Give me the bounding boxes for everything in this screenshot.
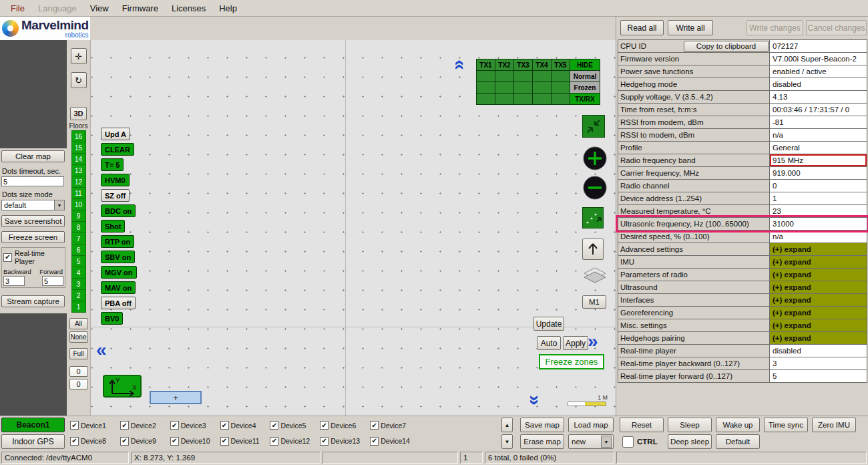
expand-georeferencing[interactable]: (+) expand bbox=[769, 306, 867, 319]
floor-counter-1[interactable]: 0 bbox=[69, 379, 88, 390]
forward-input[interactable] bbox=[42, 276, 63, 286]
apply-button[interactable]: Apply bbox=[563, 336, 588, 350]
value-radio-frequency-band[interactable]: 915 MHz bbox=[769, 154, 867, 167]
tx-cell[interactable] bbox=[495, 82, 514, 94]
tx-cell[interactable] bbox=[477, 94, 495, 105]
floors-none-button[interactable]: None bbox=[69, 331, 88, 343]
map-cmd-upd-a[interactable]: Upd A bbox=[101, 128, 130, 140]
expand-imu[interactable]: (+) expand bbox=[769, 255, 867, 269]
device-toggle-11[interactable]: ✔Device11 bbox=[217, 434, 267, 450]
value-rssi-to-modem-dbm[interactable]: n/a bbox=[769, 128, 867, 142]
value-real-time-player-backward-0-127[interactable]: 3 bbox=[769, 357, 867, 370]
expand-parameters-of-radio[interactable]: (+) expand bbox=[769, 268, 867, 281]
device-checkbox-icon[interactable]: ✔ bbox=[270, 437, 278, 446]
value-real-time-player[interactable]: disabled bbox=[769, 344, 867, 357]
device-toggle-9[interactable]: ✔Device9 bbox=[117, 434, 167, 450]
load-map-button[interactable]: Load map bbox=[568, 418, 614, 432]
map-cmd-hvm0[interactable]: HVM0 bbox=[101, 174, 130, 186]
device-checkbox-icon[interactable]: ✔ bbox=[320, 421, 329, 430]
floor-button-10[interactable]: 10 bbox=[71, 198, 86, 210]
device-checkbox-icon[interactable]: ✔ bbox=[220, 437, 229, 446]
floor-button-11[interactable]: 11 bbox=[71, 187, 86, 199]
erase-map-button[interactable]: Erase map bbox=[520, 434, 564, 449]
device-toggle-1[interactable]: ✔Device1 bbox=[67, 418, 117, 434]
tx-cell[interactable] bbox=[514, 71, 533, 82]
fit-to-view-icon[interactable] bbox=[582, 115, 605, 138]
zoom-in-icon[interactable] bbox=[582, 146, 608, 171]
tx-cell[interactable] bbox=[552, 94, 570, 105]
map-cmd-sz-off[interactable]: SZ off bbox=[101, 189, 130, 202]
zoom-out-icon[interactable] bbox=[582, 175, 608, 200]
map-cmd-mav-on[interactable]: MAV on bbox=[101, 281, 136, 294]
map-canvas[interactable]: » « » » TX1TX2TX3TX4TX5HIDENormalFrozenT… bbox=[90, 40, 616, 416]
sleep-button[interactable]: Sleep bbox=[668, 418, 712, 432]
value-cpu-id[interactable]: 072127 bbox=[769, 39, 867, 53]
scroll-down-button[interactable]: ▼ bbox=[501, 434, 513, 449]
value-time-from-reset-h-m-s[interactable]: 00:03:46 / 17:31:57 / 0 bbox=[769, 103, 867, 116]
floor-button-1[interactable]: 1 bbox=[71, 301, 86, 313]
map-cmd-clear[interactable]: CLEAR bbox=[101, 143, 134, 156]
menu-firmware[interactable]: Firmware bbox=[116, 1, 165, 16]
menu-file[interactable]: File bbox=[4, 1, 31, 16]
device-checkbox-icon[interactable]: ✔ bbox=[70, 421, 79, 430]
floor-button-14[interactable]: 14 bbox=[71, 153, 86, 165]
pan-left-icon[interactable]: « bbox=[96, 341, 105, 359]
pan-up-icon[interactable]: » bbox=[449, 61, 467, 70]
floor-button-8[interactable]: 8 bbox=[71, 221, 86, 233]
tx-cell[interactable] bbox=[495, 71, 514, 82]
device-toggle-3[interactable]: ✔Device3 bbox=[167, 418, 217, 434]
time-sync-button[interactable]: Time sync bbox=[764, 418, 808, 432]
chevron-down-icon[interactable]: ▼ bbox=[54, 200, 64, 210]
map-cmd-t-5[interactable]: T= 5 bbox=[101, 158, 124, 171]
write-all-button[interactable]: Write all bbox=[668, 20, 713, 35]
tx-cell[interactable] bbox=[533, 94, 552, 105]
chevron-down-icon[interactable]: ▼ bbox=[601, 436, 612, 448]
floor-button-12[interactable]: 12 bbox=[71, 176, 86, 188]
device-toggle-7[interactable]: ✔Device7 bbox=[367, 418, 417, 434]
device-checkbox-icon[interactable]: ✔ bbox=[120, 437, 129, 446]
map-cmd-pba-off[interactable]: PBA off bbox=[101, 297, 136, 309]
move-up-button[interactable] bbox=[582, 239, 604, 260]
axes-icon[interactable]: YX bbox=[103, 375, 142, 398]
default-button[interactable]: Default bbox=[716, 434, 760, 449]
device-toggle-6[interactable]: ✔Device6 bbox=[316, 418, 367, 434]
tx-cell[interactable] bbox=[495, 94, 514, 105]
read-all-button[interactable]: Read all bbox=[620, 20, 664, 35]
dots-timeout-input[interactable] bbox=[1, 176, 64, 186]
pan-right-icon[interactable]: » bbox=[588, 332, 597, 351]
floor-button-5[interactable]: 5 bbox=[71, 255, 86, 267]
device-toggle-5[interactable]: ✔Device5 bbox=[266, 418, 316, 434]
device-checkbox-icon[interactable]: ✔ bbox=[120, 421, 129, 430]
tx-side-normal[interactable]: Normal bbox=[570, 71, 600, 82]
expand-interfaces[interactable]: (+) expand bbox=[769, 293, 867, 307]
save-screenshot-button[interactable]: Save screenshot bbox=[1, 215, 65, 227]
pan-tool-button[interactable]: ✛ bbox=[71, 48, 87, 64]
tx-cell[interactable] bbox=[552, 82, 570, 94]
tx-cell[interactable] bbox=[477, 82, 495, 94]
ctrl-toggle[interactable]: CTRL bbox=[620, 434, 664, 449]
rotate-tool-button[interactable]: ↻ bbox=[71, 72, 87, 88]
menu-help[interactable]: Help bbox=[212, 1, 244, 16]
value-desired-speed-0-100[interactable]: n/a bbox=[769, 230, 867, 243]
freeze-zones-button[interactable]: Freeze zones bbox=[539, 354, 604, 369]
map-cmd-mgv-on[interactable]: MGV on bbox=[101, 266, 137, 279]
expand-misc-settings[interactable]: (+) expand bbox=[769, 319, 867, 332]
device-toggle-4[interactable]: ✔Device4 bbox=[217, 418, 267, 434]
tx-cell[interactable] bbox=[477, 71, 495, 82]
tx-header-tx2[interactable]: TX2 bbox=[495, 59, 514, 71]
tx-cell[interactable] bbox=[552, 71, 570, 82]
value-device-address-1-254[interactable]: 1 bbox=[769, 192, 867, 205]
value-carrier-frequency-mhz[interactable]: 919.000 bbox=[769, 166, 867, 180]
value-hedgehog-mode[interactable]: disabled bbox=[769, 78, 867, 91]
freeze-screen-button[interactable]: Freeze screen bbox=[1, 231, 65, 243]
value-radio-channel[interactable]: 0 bbox=[769, 179, 867, 192]
m1-mode-button[interactable]: M1 bbox=[582, 295, 606, 309]
device-toggle-10[interactable]: ✔Device10 bbox=[167, 434, 217, 450]
map-cmd-bdc-on[interactable]: BDC on bbox=[101, 204, 136, 217]
deep-sleep-button[interactable]: Deep sleep bbox=[668, 434, 712, 449]
device-checkbox-icon[interactable]: ✔ bbox=[170, 421, 179, 430]
cancel-changes-button[interactable]: Cancel changes bbox=[806, 20, 867, 35]
map-cmd-rtp-on[interactable]: RTP on bbox=[101, 235, 134, 248]
device-toggle-13[interactable]: ✔Device13 bbox=[316, 434, 367, 450]
map-cmd-bv0[interactable]: BV0 bbox=[101, 312, 123, 325]
